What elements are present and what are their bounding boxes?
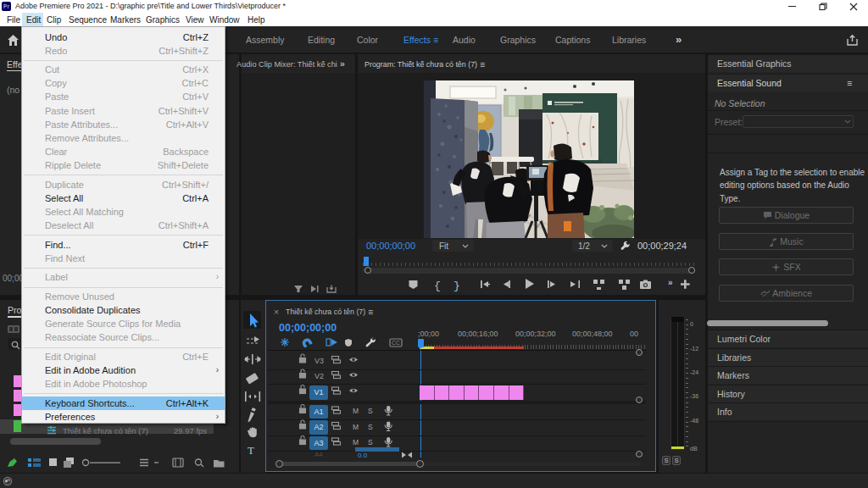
svg-text:M: M	[353, 423, 359, 431]
svg-text:CC: CC	[392, 340, 400, 346]
svg-text:{: {	[434, 280, 441, 292]
svg-text:M: M	[353, 438, 359, 446]
svg-text:}: }	[453, 280, 460, 292]
svg-text:S: S	[368, 438, 373, 446]
svg-text:T: T	[248, 444, 254, 456]
svg-text:M: M	[353, 407, 359, 415]
svg-text:V2: V2	[314, 372, 324, 380]
svg-text:»: »	[668, 278, 673, 287]
svg-text:S: S	[368, 423, 373, 431]
svg-text:V3: V3	[314, 357, 324, 365]
svg-text:S: S	[368, 407, 373, 415]
